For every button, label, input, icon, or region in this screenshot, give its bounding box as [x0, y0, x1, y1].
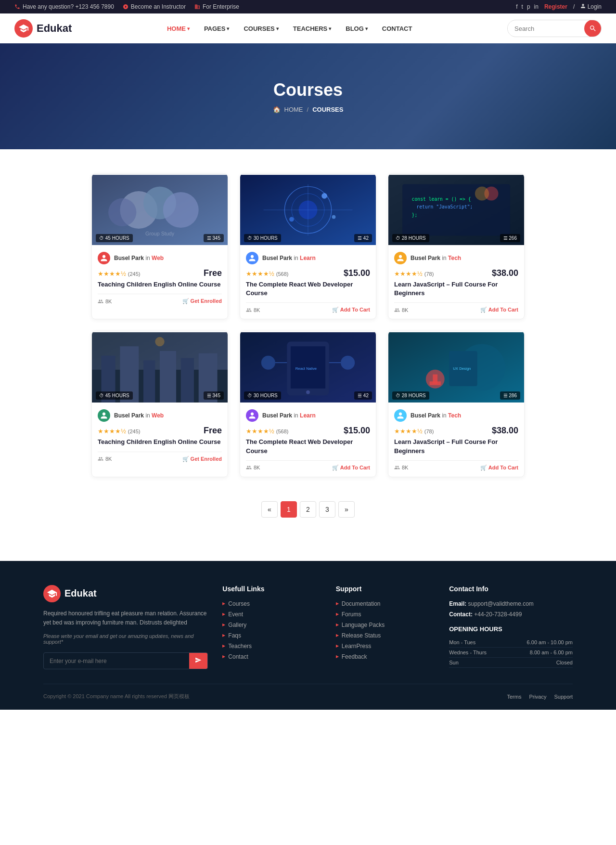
pagination-page-1[interactable]: 1	[281, 501, 297, 518]
footer-privacy-link[interactable]: Privacy	[529, 694, 546, 700]
card-price-row: ★★★★½ (568) $15.00	[246, 426, 370, 436]
course-price: $15.00	[344, 426, 370, 436]
student-count: 8K	[246, 465, 260, 470]
svg-point-35	[261, 356, 275, 370]
footer-terms-link[interactable]: Terms	[507, 694, 521, 700]
blog-caret: ▾	[365, 26, 368, 31]
footer-link-contact[interactable]: Contact	[222, 653, 321, 660]
review-count: (78)	[424, 429, 434, 434]
course-price: Free	[204, 426, 222, 436]
pagination-page-3[interactable]: 3	[319, 501, 335, 518]
course-category: Learn	[300, 412, 316, 419]
course-image: ⏱ 30 HOURS ☰ 42	[240, 174, 376, 246]
author-name: Busel Park	[411, 412, 440, 419]
hours-badge: ⏱ 45 HOURS	[96, 391, 133, 400]
author-name: Busel Park	[262, 255, 292, 261]
review-count: (245)	[128, 271, 141, 277]
footer-email-input[interactable]	[44, 654, 189, 668]
course-card: React Native ⏱ 30 HOURS ☰ 42 Busel Park …	[240, 331, 376, 477]
main-content: Group Study ⏱ 45 HOURS ☰ 345 Busel Park …	[0, 149, 616, 561]
search-input[interactable]	[508, 22, 585, 36]
footer-link-courses[interactable]: Courses	[222, 600, 321, 607]
enterprise-link[interactable]: For Enterprise	[194, 3, 239, 10]
hours-badge: ⏱ 28 HOURS	[392, 234, 429, 242]
twitter-icon[interactable]: t	[522, 3, 523, 10]
list-item: Language Packs	[336, 622, 435, 628]
author-info: Busel Park in Learn	[262, 412, 316, 419]
course-price: $15.00	[344, 268, 370, 278]
footer-link-event[interactable]: Event	[222, 611, 321, 618]
search-button[interactable]	[584, 20, 602, 37]
list-item: Gallery	[222, 622, 321, 628]
footer-email-submit[interactable]	[189, 653, 207, 669]
author-info: Busel Park in Web	[114, 412, 164, 419]
nav-home[interactable]: HOME ▾	[161, 21, 195, 36]
card-price-row: ★★★★½ (78) $38.00	[394, 426, 518, 436]
nav-pages[interactable]: PAGES ▾	[198, 21, 235, 36]
register-link[interactable]: Register	[544, 3, 567, 10]
nav-blog[interactable]: BLOG ▾	[340, 21, 373, 36]
add-to-cart-button[interactable]: 🛒 Add To Cart	[332, 465, 370, 471]
header: Edukat HOME ▾ PAGES ▾ COURSES ▾ TEACHERS…	[0, 13, 616, 43]
star-rating: ★★★★½	[98, 428, 126, 435]
course-grid: Group Study ⏱ 45 HOURS ☰ 345 Busel Park …	[91, 173, 525, 477]
card-footer: 8K 🛒 Add To Cart	[246, 460, 370, 471]
pagination-prev[interactable]: «	[261, 501, 278, 518]
facebook-icon[interactable]: f	[516, 3, 517, 10]
course-price: Free	[204, 268, 222, 278]
footer-link-docs[interactable]: Documentation	[336, 600, 435, 607]
star-rating: ★★★★½	[98, 270, 126, 277]
pagination-page-2[interactable]: 2	[300, 501, 316, 518]
main-nav: HOME ▾ PAGES ▾ COURSES ▾ TEACHERS ▾ BLOG…	[161, 21, 418, 36]
footer-support-link[interactable]: Support	[554, 694, 573, 700]
logo[interactable]: Edukat	[14, 19, 72, 38]
instructor-link[interactable]: Become an Instructor	[123, 3, 186, 10]
enroll-button[interactable]: 🛒 Get Enrolled	[182, 456, 222, 462]
svg-point-13	[289, 217, 294, 222]
footer-logo: Edukat	[43, 585, 208, 602]
pages-caret: ▾	[227, 26, 229, 31]
nav-teachers[interactable]: TEACHERS ▾	[287, 21, 337, 36]
card-author: Busel Park in Tech	[394, 252, 518, 264]
card-price-row: ★★★★½ (568) $15.00	[246, 268, 370, 278]
course-title: Teaching Children English Online Course	[98, 438, 222, 446]
student-count: 8K	[98, 456, 112, 462]
social-icons: f t p in	[516, 3, 539, 10]
footer-link-forums[interactable]: Forums	[336, 611, 435, 618]
list-item: Faqs	[222, 632, 321, 639]
author-avatar	[98, 252, 110, 264]
card-body: Busel Park in Tech ★★★★½ (78) $38.00 Lea…	[388, 403, 524, 476]
footer-link-gallery[interactable]: Gallery	[222, 622, 321, 628]
add-to-cart-button[interactable]: 🛒 Add To Cart	[480, 307, 518, 313]
footer-link-release-status[interactable]: Release Status	[336, 632, 435, 639]
footer-bottom: Copyright © 2021 Company name All rights…	[43, 684, 573, 700]
breadcrumb-home[interactable]: HOME	[284, 106, 303, 113]
footer-link-language-packs[interactable]: Language Packs	[336, 622, 435, 628]
nav-courses[interactable]: COURSES ▾	[238, 21, 284, 36]
add-to-cart-button[interactable]: 🛒 Add To Cart	[332, 307, 370, 313]
footer-link-teachers[interactable]: Teachers	[222, 643, 321, 650]
author-name: Busel Park	[114, 412, 144, 419]
author-name: Busel Park	[262, 412, 292, 419]
footer-brand-name: Edukat	[64, 588, 97, 599]
course-category: Web	[152, 412, 164, 419]
linkedin-icon[interactable]: in	[534, 3, 539, 10]
add-to-cart-button[interactable]: 🛒 Add To Cart	[480, 465, 518, 471]
login-link[interactable]: Login	[580, 3, 602, 10]
footer-link-faqs[interactable]: Faqs	[222, 632, 321, 639]
card-author: Busel Park in Web	[98, 409, 222, 422]
top-bar-right: f t p in Register / Login	[516, 3, 602, 10]
author-name: Busel Park	[114, 255, 144, 261]
card-body: Busel Park in Web ★★★★½ (245) Free Teach…	[92, 246, 228, 310]
nav-contact[interactable]: CONTACT	[376, 21, 418, 36]
card-footer: 8K 🛒 Add To Cart	[394, 302, 518, 313]
enroll-button[interactable]: 🛒 Get Enrolled	[182, 298, 222, 304]
footer-contact-col: Contact Info Email: support@validtheme.c…	[449, 585, 573, 669]
pagination-next[interactable]: »	[338, 501, 355, 518]
footer-link-learnpress[interactable]: LearnPress	[336, 643, 435, 650]
course-image: React Native ⏱ 30 HOURS ☰ 42	[240, 331, 376, 403]
svg-point-36	[341, 356, 355, 370]
copyright-text: Copyright © 2021 Company name All rights…	[43, 693, 190, 700]
pinterest-icon[interactable]: p	[527, 3, 530, 10]
footer-link-feedback[interactable]: Feedback	[336, 653, 435, 660]
